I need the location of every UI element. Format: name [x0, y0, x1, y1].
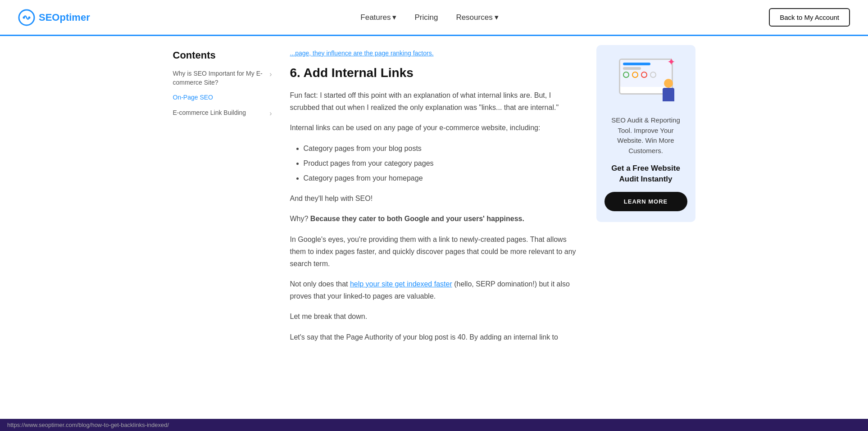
main-layout: Contents Why is SEO Important for My E-c… [164, 36, 704, 360]
table-of-contents: Contents Why is SEO Important for My E-c… [173, 45, 272, 351]
header: SEOptimer Features ▾ Pricing Resources ▾… [0, 0, 868, 36]
paragraph-1: Fun fact: I started off this point with … [290, 89, 578, 113]
paragraph-break-down: Let me break that down. [290, 310, 578, 322]
partial-top-text[interactable]: ...page, they influence are the page ran… [290, 50, 578, 57]
indexed-faster-link[interactable]: help your site get indexed faster [350, 280, 452, 288]
nav-pricing[interactable]: Pricing [414, 13, 438, 22]
cta-card: ✦ SEO Audit & Reporting Tool. Improve Yo… [596, 45, 695, 222]
paragraph-seo-help: And they'll help with SEO! [290, 192, 578, 204]
svg-point-1 [23, 16, 25, 18]
toc-item-onpage-seo[interactable]: On-Page SEO [173, 93, 272, 102]
paragraph-lets-say: Let's say that the Page Authority of you… [290, 331, 578, 343]
main-nav: Features ▾ Pricing Resources ▾ [360, 13, 498, 22]
toc-item-link-building[interactable]: E-commerce Link Building [173, 109, 272, 118]
cta-description: SEO Audit & Reporting Tool. Improve Your… [604, 115, 687, 156]
paragraph-why: Why? Because they cater to both Google a… [290, 213, 578, 225]
paragraph-intro-list: Internal links can be used on any page o… [290, 122, 578, 134]
cta-sidebar: ✦ SEO Audit & Reporting Tool. Improve Yo… [596, 45, 695, 351]
logo[interactable]: SEOptimer [18, 9, 90, 26]
nav-resources[interactable]: Resources ▾ [456, 13, 498, 22]
learn-more-button[interactable]: LEARN MORE [604, 192, 687, 211]
logo-icon [18, 9, 35, 26]
chevron-down-icon: ▾ [495, 13, 499, 22]
chevron-down-icon: ▾ [392, 13, 396, 22]
paragraph-not-only: Not only does that help your site get in… [290, 278, 578, 302]
contents-title: Contents [173, 50, 272, 61]
bold-why: Because they cater to both Google and yo… [310, 215, 524, 222]
svg-point-2 [28, 16, 31, 18]
section-heading: 6. Add Internal Links [290, 66, 578, 80]
person-icon [659, 79, 677, 106]
list-item: Category pages from your blog posts [304, 142, 578, 154]
cta-illustration: ✦ [610, 54, 682, 108]
logo-text: SEOptimer [39, 12, 90, 23]
toc-item-why-seo[interactable]: Why is SEO Important for My E-commerce S… [173, 69, 272, 87]
list-item: Category pages from your homepage [304, 172, 578, 184]
nav-features[interactable]: Features ▾ [360, 13, 396, 22]
decoration-arrow: ✦ [667, 56, 675, 68]
cta-headline: Get a Free Website Audit Instantly [604, 163, 687, 185]
article-content: ...page, they influence are the page ran… [290, 45, 578, 351]
internal-links-list: Category pages from your blog posts Prod… [304, 142, 578, 185]
paragraph-google: In Google's eyes, you're providing them … [290, 233, 578, 270]
back-to-account-button[interactable]: Back to My Account [769, 8, 850, 27]
list-item: Product pages from your category pages [304, 157, 578, 169]
